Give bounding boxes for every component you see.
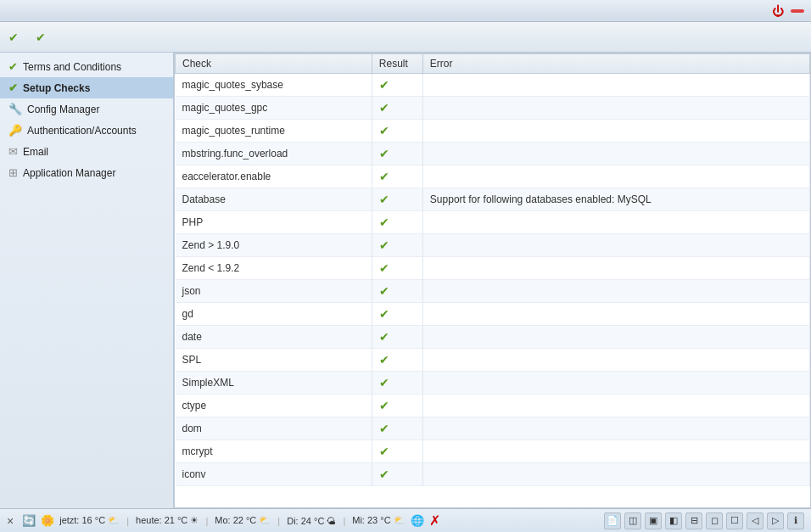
cell-error: [422, 120, 809, 143]
cell-check: date: [176, 326, 372, 349]
sidebar-icon-apps: ⊞: [8, 166, 18, 179]
sidebar-icon-setup: ✔: [8, 81, 18, 94]
sb-btn-2[interactable]: ◫: [624, 512, 641, 529]
run-setup-button[interactable]: ✔: [8, 31, 22, 44]
cell-result: ✔: [372, 440, 422, 463]
sb-btn-7[interactable]: ☐: [726, 512, 743, 529]
cell-result: ✔: [372, 417, 422, 440]
sidebar-label-apps: Application Manager: [23, 167, 115, 179]
sidebar-item-auth[interactable]: 🔑Authentication/Accounts: [0, 120, 173, 141]
result-check-icon: ✔: [379, 193, 389, 206]
sidebar-item-apps[interactable]: ⊞Application Manager: [0, 162, 173, 183]
close-button[interactable]: ×: [7, 514, 14, 528]
cell-error: [422, 257, 809, 280]
cell-result: ✔: [372, 143, 422, 165]
cell-check: SPL: [176, 349, 372, 372]
result-check-icon: ✔: [379, 101, 389, 115]
table-header-row: Check Result Error: [176, 54, 810, 74]
result-check-icon: ✔: [379, 78, 389, 92]
result-check-icon: ✔: [379, 468, 389, 481]
cell-error: [422, 143, 809, 165]
cell-result: ✔: [372, 280, 422, 303]
cell-check: mcrypt: [176, 440, 372, 463]
title-right: ⏻: [758, 4, 804, 18]
sidebar-icon-email: ✉: [8, 145, 18, 158]
logout-icon: ⏻: [772, 4, 784, 18]
sb-btn-9[interactable]: ▷: [767, 512, 784, 529]
result-check-icon: ✔: [379, 445, 389, 458]
cell-check: gd: [176, 303, 372, 326]
result-check-icon: ✔: [379, 284, 389, 298]
statusbar: × 🔄 🌼 jetzt: 16 °C ⛅ | heute: 21 °C ☀ | …: [0, 508, 811, 532]
table-row: mcrypt✔: [176, 440, 810, 463]
status-icon-globe: 🌐: [411, 514, 424, 527]
table-row: PHP✔: [176, 211, 810, 234]
content-area: Check Result Error magic_quotes_sybase✔m…: [174, 53, 811, 508]
run-setup-icon: ✔: [8, 31, 19, 44]
sb-btn-info[interactable]: ℹ: [787, 512, 804, 529]
status-weather-mo: Mo: 22 °C ⛅: [215, 515, 271, 526]
cell-error: [422, 74, 809, 97]
sidebar-item-terms[interactable]: ✔Terms and Conditions: [0, 56, 173, 77]
cell-check: PHP: [176, 211, 372, 234]
table-row: magic_quotes_sybase✔: [176, 74, 810, 97]
table-row: gd✔: [176, 303, 810, 326]
logout-button[interactable]: [791, 9, 804, 13]
sidebar-item-email[interactable]: ✉Email: [0, 141, 173, 162]
sidebar-item-setup[interactable]: ✔Setup Checks: [0, 77, 173, 98]
sb-btn-4[interactable]: ◧: [665, 512, 682, 529]
result-check-icon: ✔: [379, 307, 389, 321]
cell-result: ✔: [372, 326, 422, 349]
cell-error: [422, 97, 809, 120]
cell-result: ✔: [372, 120, 422, 143]
cell-error: [422, 280, 809, 303]
sb-btn-5[interactable]: ⊟: [685, 512, 702, 529]
table-row: SPL✔: [176, 349, 810, 372]
cell-result: ✔: [372, 234, 422, 257]
cell-check: json: [176, 280, 372, 303]
table-row: ctype✔: [176, 395, 810, 417]
sidebar-icon-terms: ✔: [8, 60, 18, 73]
sb-btn-8[interactable]: ◁: [747, 512, 763, 529]
checks-table-container[interactable]: Check Result Error magic_quotes_sybase✔m…: [174, 53, 811, 508]
col-error: Error: [422, 54, 809, 74]
result-check-icon: ✔: [379, 376, 389, 389]
cell-error: [422, 372, 809, 395]
status-weather-mi: Mi: 23 °C ⛅: [352, 515, 405, 526]
status-weather-today: heute: 21 °C ☀: [136, 515, 199, 526]
cell-check: Zend > 1.9.0: [176, 234, 372, 257]
cell-result: ✔: [372, 395, 422, 417]
ignore-setup-icon: ✔: [36, 31, 46, 44]
table-row: iconv✔: [176, 463, 810, 486]
sidebar-label-terms: Terms and Conditions: [23, 61, 121, 73]
cell-check: SimpleXML: [176, 372, 372, 395]
sb-btn-6[interactable]: ◻: [706, 512, 723, 529]
ignore-setup-button[interactable]: ✔: [36, 31, 49, 44]
cell-error: [422, 349, 809, 372]
sidebar-label-config: Config Manager: [27, 104, 99, 115]
sb-btn-3[interactable]: ▣: [645, 512, 662, 529]
status-weather-now: jetzt: 16 °C ⛅: [59, 515, 120, 526]
cell-check: magic_quotes_runtime: [176, 120, 372, 143]
cell-check: iconv: [176, 463, 372, 486]
result-check-icon: ✔: [379, 238, 389, 252]
checks-table: Check Result Error magic_quotes_sybase✔m…: [175, 53, 810, 486]
table-row: SimpleXML✔: [176, 372, 810, 395]
sidebar: ✔Terms and Conditions✔Setup Checks🔧Confi…: [0, 53, 174, 508]
sidebar-icon-config: 🔧: [8, 103, 22, 115]
cell-error: [422, 417, 809, 440]
result-check-icon: ✔: [379, 216, 389, 229]
checks-table-body: magic_quotes_sybase✔magic_quotes_gpc✔mag…: [176, 74, 810, 486]
sb-btn-1[interactable]: 📄: [604, 512, 621, 529]
cell-check: dom: [176, 417, 372, 440]
table-row: json✔: [176, 280, 810, 303]
sidebar-item-config[interactable]: 🔧Config Manager: [0, 98, 173, 120]
cell-error: [422, 165, 809, 188]
table-row: magic_quotes_gpc✔: [176, 97, 810, 120]
result-check-icon: ✔: [379, 330, 389, 344]
cell-check: magic_quotes_gpc: [176, 97, 372, 120]
col-check: Check: [176, 54, 372, 74]
result-check-icon: ✔: [379, 147, 389, 160]
table-row: Zend < 1.9.2✔: [176, 257, 810, 280]
result-check-icon: ✔: [379, 422, 389, 435]
